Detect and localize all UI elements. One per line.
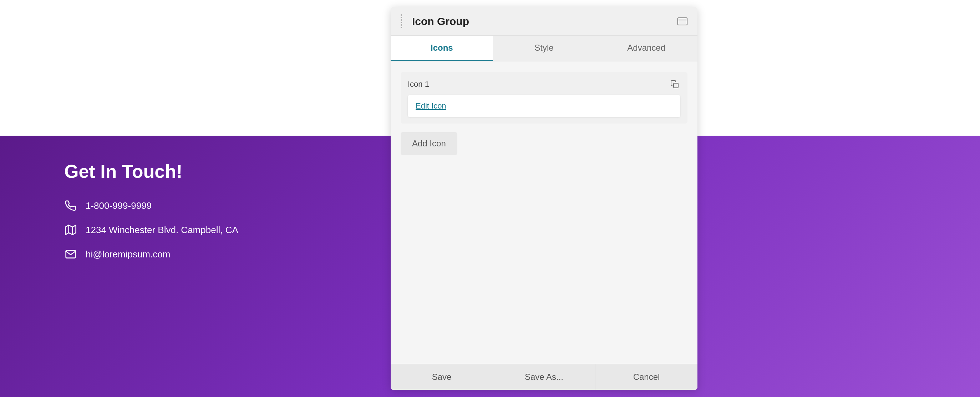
svg-rect-3	[673, 83, 678, 88]
window-icon[interactable]	[678, 18, 687, 26]
panel-header: Icon Group	[391, 7, 697, 36]
tab-icons[interactable]: Icons	[391, 36, 493, 61]
icon1-label: Icon 1	[408, 80, 429, 89]
panel-body: Icon 1 Edit Icon Add Icon	[391, 61, 697, 364]
email-text: hi@loremipsum.com	[86, 249, 170, 260]
address-text: 1234 Winchester Blvd. Campbell, CA	[86, 225, 238, 236]
edit-icon-button[interactable]: Edit Icon	[415, 101, 446, 111]
save-as-button[interactable]: Save As...	[493, 364, 595, 390]
contact-phone: 1-800-999-9999	[64, 199, 238, 212]
modal-panel: Icon Group Icons Style Advanced Icon 1 E…	[391, 7, 697, 390]
svg-marker-0	[65, 225, 76, 235]
add-icon-button[interactable]: Add Icon	[401, 132, 457, 155]
duplicate-icon-button[interactable]	[669, 78, 680, 90]
icon-edit-box: Edit Icon	[408, 95, 680, 117]
icon1-row: Icon 1 Edit Icon	[401, 72, 687, 124]
panel-footer: Save Save As... Cancel	[391, 364, 697, 390]
tab-advanced[interactable]: Advanced	[595, 36, 697, 61]
contact-section: Get In Touch! 1-800-999-9999 1234 Winche…	[64, 161, 238, 272]
map-icon	[64, 223, 77, 236]
tabs-row: Icons Style Advanced	[391, 36, 697, 61]
drag-handle[interactable]	[401, 14, 402, 28]
contact-email: hi@loremipsum.com	[64, 248, 238, 261]
tab-style[interactable]: Style	[493, 36, 595, 61]
icon1-header: Icon 1	[408, 78, 680, 90]
phone-icon	[64, 199, 77, 212]
panel-title: Icon Group	[412, 15, 469, 27]
save-button[interactable]: Save	[391, 364, 493, 390]
panel-title-row: Icon Group	[401, 14, 678, 28]
contact-title: Get In Touch!	[64, 161, 238, 182]
cancel-button[interactable]: Cancel	[595, 364, 697, 390]
envelope-icon	[64, 248, 77, 261]
phone-text: 1-800-999-9999	[86, 200, 152, 211]
contact-address: 1234 Winchester Blvd. Campbell, CA	[64, 223, 238, 236]
